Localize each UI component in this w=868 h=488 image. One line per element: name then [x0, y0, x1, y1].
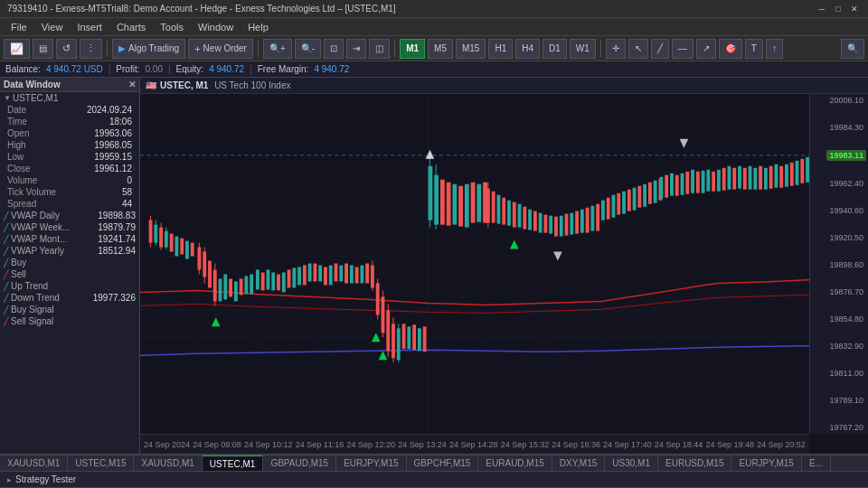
text-button[interactable]: T	[745, 39, 763, 59]
tab-gbpchf-m15[interactable]: GBPCHF,M15	[407, 455, 479, 471]
tab-eurusd-m15[interactable]: EURUSD,M15	[658, 455, 731, 471]
timeframe-m1[interactable]: M1	[400, 39, 425, 59]
minimize-button[interactable]: ─	[816, 3, 828, 15]
svg-rect-118	[543, 215, 547, 233]
price-current: 19983.11	[826, 150, 866, 161]
algo-trading-button[interactable]: ▶ Algo Trading	[112, 39, 185, 59]
timeframe-m5[interactable]: M5	[428, 39, 453, 59]
svg-rect-166	[785, 164, 788, 187]
svg-rect-45	[223, 274, 227, 299]
timeframe-w1[interactable]: W1	[570, 39, 596, 59]
dw-up-trend: ╱ Up Trend	[0, 280, 139, 292]
chart-flag-icon: 🇺🇸	[146, 80, 156, 90]
dw-row-volume: Volume 0	[0, 174, 139, 186]
data-window-close-icon[interactable]: ✕	[128, 80, 136, 89]
strategy-tester-label[interactable]: Strategy Tester	[15, 474, 76, 484]
menu-view[interactable]: View	[34, 18, 71, 35]
toolbar-separator-1	[107, 41, 108, 57]
tab-ustec-m15[interactable]: USTEC,M15	[68, 455, 134, 471]
svg-rect-52	[256, 269, 259, 289]
menu-window[interactable]: Window	[191, 18, 241, 35]
hline-button[interactable]: —	[672, 39, 693, 59]
menu-insert[interactable]: Insert	[70, 18, 109, 35]
strategy-panel: ▸ Strategy Tester	[0, 471, 868, 487]
svg-rect-57	[282, 272, 286, 292]
tab-xauusd-m1-2[interactable]: XAUUSD,M1	[134, 455, 202, 471]
chart-area[interactable]: 🇺🇸 USTEC, M1 US Tech 100 Index	[140, 78, 868, 454]
svg-rect-133	[617, 193, 620, 215]
svg-rect-163	[769, 166, 773, 189]
timeframe-h1[interactable]: H1	[488, 39, 513, 59]
timeframe-h4[interactable]: H4	[515, 39, 540, 59]
fibonacci-button[interactable]: 🎯	[719, 39, 742, 59]
dw-row-spread: Spread 44	[0, 198, 139, 210]
dw-row-close: Close 19961.12	[0, 163, 139, 174]
account-margin-value: 4 940.72	[314, 64, 349, 74]
arrow-button[interactable]: ↑	[766, 39, 783, 59]
new-order-label: New Order	[203, 43, 247, 53]
templates-button[interactable]: ▤	[33, 39, 53, 59]
tab-euraud-m15[interactable]: EURAUD,M15	[478, 455, 552, 471]
svg-rect-100	[452, 184, 457, 225]
chart-header: 🇺🇸 USTEC, M1 US Tech 100 Index	[140, 78, 868, 94]
refresh-button[interactable]: ↺	[56, 39, 77, 59]
new-order-button[interactable]: + New Order	[188, 39, 253, 59]
menu-charts[interactable]: Charts	[109, 18, 153, 35]
indicators-button[interactable]: ⋮	[80, 39, 102, 59]
time-label-9: 24 Sep 17:40	[603, 440, 652, 449]
svg-rect-89	[407, 326, 410, 349]
tab-xauusd-m1[interactable]: XAUUSD,M1	[0, 455, 68, 471]
cursor-button[interactable]: ↖	[628, 39, 648, 59]
svg-rect-120	[554, 217, 558, 237]
svg-rect-161	[759, 166, 762, 190]
dw-symbol-section[interactable]: ▼ USTEC,M1	[0, 92, 139, 104]
svg-rect-59	[292, 267, 296, 287]
price-19876: 19876.70	[826, 287, 866, 296]
zoom-fit-button[interactable]: ⊡	[324, 39, 344, 59]
price-19767: 19767.20	[826, 423, 866, 432]
tab-eurjpy-m15-2[interactable]: EURJPY,M15	[731, 455, 801, 471]
svg-rect-137	[637, 186, 641, 208]
svg-rect-152	[712, 172, 715, 192]
trendline-button[interactable]: ↗	[696, 39, 716, 59]
crosshair-button[interactable]: ✛	[606, 39, 626, 59]
zoom-out-button[interactable]: 🔍-	[295, 39, 321, 59]
menu-tools[interactable]: Tools	[153, 18, 191, 35]
tab-more[interactable]: E...	[802, 455, 831, 471]
price-19789: 19789.10	[826, 396, 866, 405]
timeframe-m15[interactable]: M15	[456, 39, 486, 59]
time-label-6: 24 Sep 14:28	[449, 440, 498, 449]
scroll-button[interactable]: ⇥	[346, 39, 366, 59]
tab-gbpaud-m15[interactable]: GBPAUD,M15	[263, 455, 336, 471]
line-button[interactable]: ╱	[651, 39, 669, 59]
tab-us30-m1[interactable]: US30,M1	[605, 455, 658, 471]
svg-rect-156	[732, 168, 736, 190]
menu-help[interactable]: Help	[241, 18, 276, 35]
search-button[interactable]: 🔍	[841, 39, 864, 59]
maximize-button[interactable]: □	[832, 3, 844, 15]
timeframe-d1[interactable]: D1	[542, 39, 567, 59]
svg-rect-98	[440, 180, 445, 225]
svg-rect-99	[447, 183, 451, 226]
data-window-header: Data Window ✕	[0, 78, 139, 92]
dw-vwap-yearly: ╱ VWAP Yearly 18512.94	[0, 245, 139, 257]
time-label-0: 24 Sep 2024	[144, 440, 190, 449]
close-button[interactable]: ✕	[848, 3, 861, 15]
dw-row-tick-volume: Tick Volume 58	[0, 186, 139, 198]
chart-canvas	[140, 94, 832, 434]
svg-rect-61	[303, 265, 307, 285]
price-19811: 19811.00	[826, 369, 866, 378]
tab-eurjpy-m15[interactable]: EURJPY,M15	[336, 455, 406, 471]
svg-rect-33	[175, 237, 178, 257]
tab-ustec-m1[interactable]: USTEC,M1	[203, 455, 264, 471]
svg-rect-34	[180, 239, 184, 255]
tab-dxy-m15[interactable]: DXY,M15	[552, 455, 606, 471]
dw-sell-signal: ╱ Sell Signal	[0, 315, 139, 327]
new-chart-button[interactable]: 📈	[4, 39, 30, 59]
svg-rect-48	[240, 278, 243, 295]
object-button[interactable]: ◫	[369, 39, 390, 59]
menu-file[interactable]: File	[4, 18, 34, 35]
zoom-in-button[interactable]: 🔍+	[263, 39, 292, 59]
svg-rect-90	[412, 324, 416, 350]
svg-rect-123	[570, 213, 573, 235]
